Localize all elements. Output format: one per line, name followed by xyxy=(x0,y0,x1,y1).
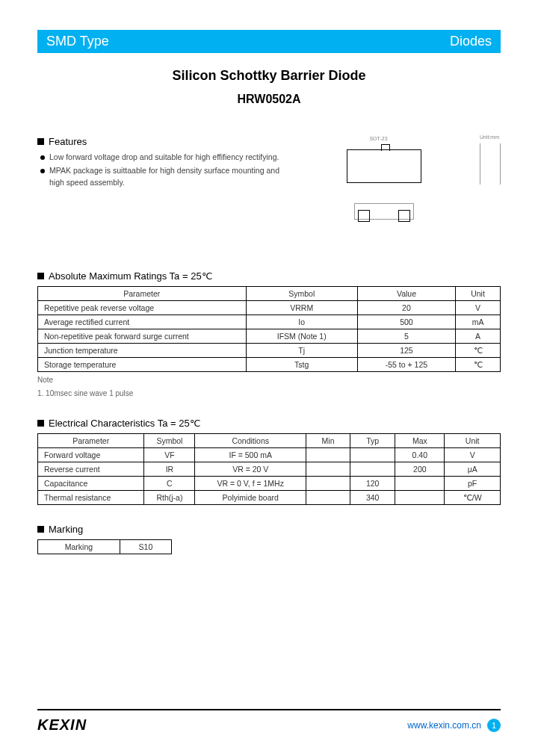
table-header-row: Parameter Symbol Value Unit xyxy=(38,287,501,301)
package-side-view-icon xyxy=(480,143,501,185)
abs-max-table: Parameter Symbol Value Unit Repetitive p… xyxy=(37,286,501,372)
square-bullet-icon xyxy=(37,273,44,279)
table-row: Non-repetitive peak forward surge curren… xyxy=(38,329,501,344)
marking-heading: Marking xyxy=(37,524,501,535)
col-header: Parameter xyxy=(38,287,247,301)
features-list: Low forward voltage drop and suitable fo… xyxy=(37,152,292,188)
package-label: SOT-23 xyxy=(369,136,387,141)
manufacturer-logo: KEXIN xyxy=(37,716,87,734)
package-footprint-icon xyxy=(354,203,414,220)
table-row: Repetitive peak reverse voltageVRRM20V xyxy=(38,301,501,315)
absolute-maximum-ratings-section: Absolute Maximum Ratings Ta = 25℃ Parame… xyxy=(37,270,501,399)
square-bullet-icon xyxy=(37,138,44,145)
website-url: www.kexin.com.cn xyxy=(407,720,481,731)
square-bullet-icon xyxy=(37,526,44,533)
square-bullet-icon xyxy=(37,420,44,427)
table-row: Forward voltageVFIF = 500 mA0.40V xyxy=(38,448,501,462)
features-heading: Features xyxy=(37,136,292,147)
elec-heading: Electrical Characteristics Ta = 25℃ xyxy=(37,418,501,429)
list-item: MPAK package is suittaable for high dens… xyxy=(40,165,292,189)
electrical-characteristics-section: Electrical Characteristics Ta = 25℃ Para… xyxy=(37,418,501,505)
bullet-icon xyxy=(40,155,45,160)
document-title: Silicon Schottky Barrier Diode xyxy=(37,68,501,84)
col-header: Unit xyxy=(456,287,501,301)
marking-value-cell: S10 xyxy=(120,540,171,554)
part-number: HRW0502A xyxy=(37,93,501,106)
page-number-badge: 1 xyxy=(487,719,501,732)
table-row: Marking S10 xyxy=(38,540,172,554)
title-block: Silicon Schottky Barrier Diode HRW0502A xyxy=(37,68,501,106)
marking-table: Marking S10 xyxy=(37,539,172,554)
list-item: Low forward voltage drop and suitable fo… xyxy=(40,152,292,164)
note-label: Note xyxy=(37,375,501,385)
page-footer: KEXIN www.kexin.com.cn 1 xyxy=(37,709,501,734)
marking-section: Marking Marking S10 xyxy=(37,524,501,554)
table-row: Thermal resistanceRth(j-a)Polyimide boar… xyxy=(38,491,501,505)
col-header: Conditions xyxy=(195,434,306,448)
table-row: Storage temperatureTstg-55 to + 125℃ xyxy=(38,358,501,372)
col-header: Typ xyxy=(350,434,395,448)
header-left: SMD Type xyxy=(46,34,109,49)
table-header-row: Parameter Symbol Conditions Min Typ Max … xyxy=(38,434,501,448)
col-header: Symbol xyxy=(144,434,195,448)
note-text: 1. 10msec sine wave 1 pulse xyxy=(37,388,501,399)
footer-divider xyxy=(37,709,501,710)
col-header: Max xyxy=(395,434,445,448)
col-header: Symbol xyxy=(246,287,357,301)
table-row: Reverse currentIRVR = 20 V200μA xyxy=(38,462,501,477)
col-header: Min xyxy=(306,434,350,448)
table-row: CapacitanceCVR = 0 V, f = 1MHz120pF xyxy=(38,477,501,491)
header-right: Diodes xyxy=(450,34,492,49)
package-diagram: SOT-23 Unit:mm xyxy=(324,136,501,241)
bullet-icon xyxy=(40,169,45,173)
table-row: Average rectified currentIo500mA xyxy=(38,315,501,329)
col-header: Parameter xyxy=(38,434,144,448)
unit-label: Unit:mm xyxy=(480,134,499,140)
abs-max-heading: Absolute Maximum Ratings Ta = 25℃ xyxy=(37,270,501,282)
marking-label-cell: Marking xyxy=(38,540,120,554)
elec-table: Parameter Symbol Conditions Min Typ Max … xyxy=(37,433,501,505)
col-header: Unit xyxy=(445,434,501,448)
col-header: Value xyxy=(357,287,455,301)
package-top-view-icon xyxy=(347,149,421,183)
category-header-bar: SMD Type Diodes xyxy=(37,30,501,53)
table-row: Junction temperatureTj125℃ xyxy=(38,344,501,358)
